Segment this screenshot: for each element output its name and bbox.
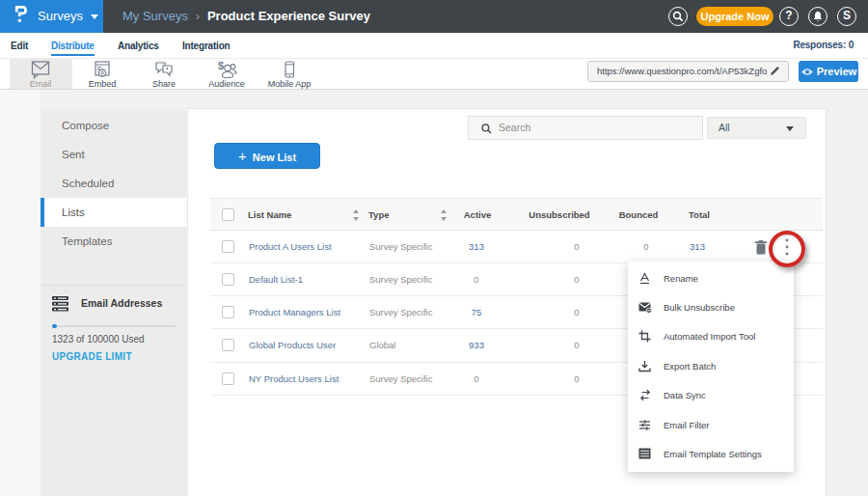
svg-text:$: $ — [218, 61, 224, 71]
